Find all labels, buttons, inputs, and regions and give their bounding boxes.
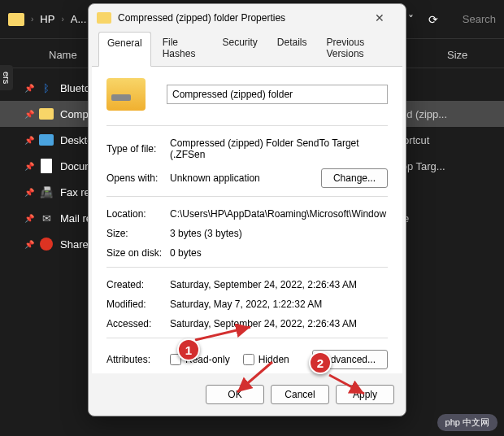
separator [106,125,388,126]
location-label: Location: [106,208,170,220]
opens-with-value: Unknown application [170,172,321,184]
pin-icon: 📌 [24,84,33,93]
opens-with-label: Opens with: [106,172,170,184]
pin-icon: 📌 [24,188,33,197]
pin-icon: 📌 [24,162,33,171]
location-value: C:\Users\HP\AppData\Roaming\Microsoft\Wi… [170,208,388,220]
hidden-checkbox[interactable]: Hidden [243,354,289,365]
ok-button[interactable]: OK [206,385,264,404]
dropdown-icon[interactable]: ˅ [408,13,414,26]
accessed-value: Saturday, September 24, 2022, 2:26:43 AM [170,318,388,329]
refresh-icon[interactable]: ⟳ [428,13,438,26]
apply-button[interactable]: Apply [336,385,394,404]
breadcrumb-segment[interactable]: A... [71,13,87,25]
zip-folder-icon [39,107,54,121]
chevron-icon: › [31,15,33,24]
annotation-badge-1: 1 [177,338,200,361]
pin-icon: 📌 [24,240,33,249]
separator [106,338,388,338]
dialog-body: Type of file: Compressed (zipped) Folder… [92,67,402,373]
sharex-icon [39,237,54,251]
folder-icon [8,13,24,26]
created-label: Created: [106,279,170,290]
hidden-checkbox-input[interactable] [243,354,254,365]
column-size[interactable]: Size [423,49,488,61]
modified-value: Saturday, May 7, 2022, 1:22:32 AM [170,299,388,310]
change-button[interactable]: Change... [321,168,388,188]
accessed-label: Accessed: [106,318,170,329]
bluetooth-icon: ᛒ [39,81,54,95]
pin-icon: 📌 [24,136,33,145]
size-label: Size: [106,228,170,239]
zip-folder-icon [97,12,111,24]
desktop-icon [39,133,54,147]
pin-icon: 📌 [24,110,33,119]
tab-file-hashes[interactable]: File Hashes [154,32,211,66]
close-button[interactable]: ✕ [362,11,398,24]
annotation-badge-2: 2 [309,351,332,374]
properties-dialog: Compressed (zipped) folder Properties ✕ … [88,3,406,416]
mail-icon: ✉ [39,211,54,225]
tab-strip: General File Hashes Security Details Pre… [92,32,402,67]
watermark: php 中文网 [437,414,497,431]
modified-label: Modified: [106,299,170,310]
breadcrumb-segment[interactable]: HP [40,13,54,25]
fax-icon: 📠 [39,185,54,199]
dialog-footer: OK Cancel Apply [89,377,406,416]
chevron-icon: › [61,15,63,24]
tab-previous-versions[interactable]: Previous Versions [319,32,396,66]
separator [106,267,388,268]
window-title: Compressed (zipped) folder Properties [118,12,362,24]
left-panel-tab[interactable]: ers [0,65,13,90]
size-value: 3 bytes (3 bytes) [170,228,388,239]
created-value: Saturday, September 24, 2022, 2:26:43 AM [170,279,388,290]
document-icon [39,159,54,173]
type-value: Compressed (zipped) Folder SendTo Target… [170,137,388,160]
attributes-label: Attributes: [106,354,170,365]
tab-general[interactable]: General [98,32,151,67]
size-on-disk-value: 0 bytes [170,247,388,259]
separator [106,196,388,197]
search-input[interactable]: Search [453,13,496,25]
type-label: Type of file: [106,143,170,155]
pin-icon: 📌 [24,214,33,223]
tab-details[interactable]: Details [269,32,315,66]
hidden-label: Hidden [259,354,289,365]
titlebar[interactable]: Compressed (zipped) folder Properties ✕ [89,4,406,32]
cancel-button[interactable]: Cancel [271,385,329,404]
filename-input[interactable] [167,85,388,104]
size-on-disk-label: Size on disk: [106,247,170,259]
zip-folder-large-icon [106,78,146,111]
tab-security[interactable]: Security [214,32,265,66]
